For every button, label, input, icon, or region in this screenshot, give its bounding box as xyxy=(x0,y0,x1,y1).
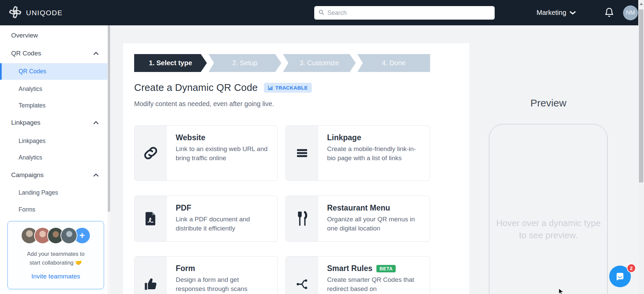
card-title: Website xyxy=(176,133,205,142)
sidebar-scrollbar-thumb[interactable] xyxy=(108,25,110,212)
step-customize: 3. Customize xyxy=(283,54,356,72)
sidebar-item-linkpages-parent[interactable]: Linkpages xyxy=(0,117,107,129)
card-title: Linkpage xyxy=(327,133,361,142)
card-title: Form xyxy=(176,264,195,273)
sidebar-item-campaigns-parent[interactable]: Campaigns xyxy=(0,169,107,181)
phone-preview-frame xyxy=(489,124,608,294)
card-form[interactable]: Form Design a form and get responses thr… xyxy=(134,256,278,294)
sidebar-item-linkpage-analytics[interactable]: Analytics xyxy=(0,151,107,164)
scroll-up-arrow-icon[interactable] xyxy=(640,3,643,5)
sidebar-item-landing-pages[interactable]: Landing Pages xyxy=(0,187,107,199)
bell-icon xyxy=(604,13,614,19)
brand-name: UNIQODE xyxy=(26,9,63,17)
uniqode-flower-icon xyxy=(9,6,22,20)
sidebar-item-qr-codes-parent[interactable]: QR Codes xyxy=(0,47,107,59)
chat-launcher-button[interactable]: 2 xyxy=(609,266,631,287)
utensils-icon xyxy=(286,196,318,241)
top-navbar: UNIQODE Marketing xyxy=(0,0,644,25)
trackable-badge: TRACKABLE xyxy=(264,83,312,93)
card-website[interactable]: Website Link to an existing web URL and … xyxy=(134,125,278,181)
teammates-text: Add your teammates to start collaboratin… xyxy=(8,249,104,267)
page-subtitle: Modify content as needed, even after goi… xyxy=(134,100,274,108)
card-pdf[interactable]: PDF Link a PDF document and distribute i… xyxy=(134,196,278,242)
card-smart-rules[interactable]: Smart Rules BETA Create smarter QR Codes… xyxy=(286,256,430,294)
chevron-up-icon xyxy=(93,172,99,178)
sidebar-item-overview[interactable]: Overview xyxy=(0,29,107,42)
pdf-file-icon xyxy=(134,196,167,241)
preview-hint: Hover over a dynamic type to see preview… xyxy=(492,217,604,241)
chevron-up-icon xyxy=(93,50,99,56)
sidebar-nav: Overview QR Codes QR Codes Analytics Tem… xyxy=(0,25,107,294)
thumbs-up-icon xyxy=(134,256,167,294)
link-icon xyxy=(134,126,167,180)
sidebar-item-linkpages[interactable]: Linkpages xyxy=(0,135,107,147)
page-title: Create a Dynamic QR Code xyxy=(134,82,258,93)
card-description: Link a PDF document and distribute it ef… xyxy=(176,215,269,233)
teammates-card: + Add your teammates to start collaborat… xyxy=(7,221,104,289)
search-input[interactable] xyxy=(327,9,491,17)
user-avatar[interactable]: NM xyxy=(623,5,638,20)
step-done: 4. Done xyxy=(357,54,430,72)
card-description: Create a mobile-friendly link-in-bio pag… xyxy=(327,145,421,163)
list-icon xyxy=(286,126,318,180)
sidebar-item-qr-codes[interactable]: QR Codes xyxy=(0,63,107,80)
card-description: Create smarter QR Codes that redirect ba… xyxy=(327,275,421,294)
avatar-initials: NM xyxy=(626,9,635,16)
bar-chart-icon xyxy=(268,85,273,90)
card-title: PDF xyxy=(176,203,191,213)
sidebar-item-templates[interactable]: Templates xyxy=(0,99,107,112)
brand-logo[interactable]: UNIQODE xyxy=(9,0,63,25)
chat-unread-badge: 2 xyxy=(627,264,636,273)
teammate-avatars: + xyxy=(8,227,104,244)
global-search[interactable] xyxy=(314,6,495,20)
card-description: Organize all your QR menus in one digita… xyxy=(327,215,421,233)
branch-icon xyxy=(286,256,318,294)
card-restaurant-menu[interactable]: Restaurant Menu Organize all your QR men… xyxy=(286,196,430,242)
page-scrollbar[interactable] xyxy=(638,0,644,294)
card-linkpage[interactable]: Linkpage Create a mobile-friendly link-i… xyxy=(286,125,430,181)
sidebar-item-qr-analytics[interactable]: Analytics xyxy=(0,83,107,95)
chevron-up-icon xyxy=(93,120,99,126)
step-select-type: 1. Select type xyxy=(134,54,207,72)
search-icon xyxy=(318,9,324,17)
invite-teammates-link[interactable]: Invite teammates xyxy=(31,273,80,280)
card-title: Restaurant Menu xyxy=(327,203,390,213)
page-scrollbar-thumb[interactable] xyxy=(639,9,643,182)
beta-badge: BETA xyxy=(376,265,396,272)
workspace-label: Marketing xyxy=(537,9,566,17)
card-title: Smart Rules xyxy=(327,264,372,273)
app-root: UNIQODE Marketing xyxy=(0,0,644,294)
mouse-cursor xyxy=(558,288,564,294)
card-description: Design a form and get responses through … xyxy=(176,275,269,294)
sidebar-item-forms[interactable]: Forms xyxy=(0,203,107,216)
sidebar-scrollbar[interactable] xyxy=(107,25,110,294)
chat-icon xyxy=(615,271,625,282)
teammate-avatar xyxy=(60,227,77,244)
workspace-dropdown[interactable]: Marketing xyxy=(537,0,576,25)
step-setup: 2. Setup xyxy=(208,54,281,72)
wizard-stepper: 1. Select type 2. Setup 3. Customize 4. … xyxy=(134,54,430,72)
chevron-down-icon xyxy=(570,9,576,17)
card-description: Link to an existing web URL and bring tr… xyxy=(176,145,269,163)
trackable-badge-label: TRACKABLE xyxy=(275,85,308,91)
preview-title: Preview xyxy=(489,97,608,109)
notifications-button[interactable] xyxy=(604,7,615,18)
